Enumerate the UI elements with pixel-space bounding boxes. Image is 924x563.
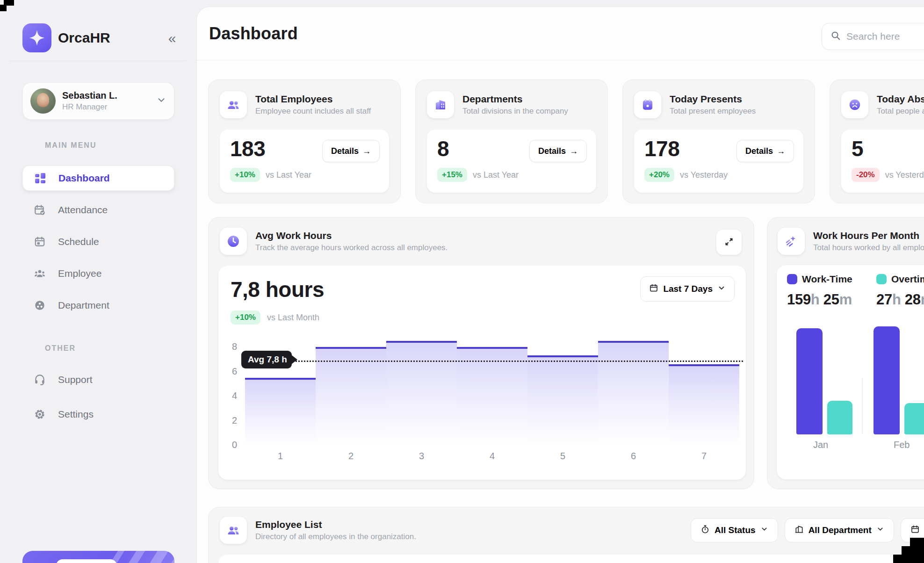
arrow-right-icon: → — [362, 146, 371, 156]
calendar-icon — [649, 283, 658, 295]
promo-card[interactable] — [22, 551, 174, 563]
employee-table-panel — [218, 555, 924, 563]
work-time-bar — [873, 326, 900, 434]
date-range-button[interactable]: Last 7 Days — [640, 276, 735, 302]
step-area-segment — [527, 355, 598, 445]
page: { "app": { "name": "OrcaHR" }, "colors":… — [0, 0, 924, 563]
expand-icon — [723, 236, 735, 249]
details-button[interactable]: Details→ — [322, 140, 380, 162]
step-area-segment — [386, 341, 457, 445]
stat-card-departments: Departments Total divisions in the compa… — [415, 79, 608, 203]
headset-icon — [34, 374, 46, 386]
calendar-check-icon — [34, 204, 46, 216]
legend-work-time: Work-Time 159h 25m — [787, 274, 852, 308]
step-area-segment — [598, 341, 669, 445]
profile-card[interactable]: Sebastian L. HR Manager — [22, 82, 174, 120]
chevron-down-icon — [156, 95, 166, 107]
sidebar-item-department[interactable]: Department — [22, 293, 174, 318]
chevron-down-icon — [760, 525, 768, 535]
details-button[interactable]: Details→ — [529, 140, 587, 162]
details-button[interactable]: Details→ — [736, 140, 794, 162]
x-tick-label: 1 — [245, 451, 316, 462]
employee-list-title: Employee List — [255, 519, 416, 530]
step-area-segment — [669, 364, 739, 445]
dashboard-grid-icon — [34, 172, 46, 184]
bar-group-jan — [796, 328, 852, 434]
avg-card-title: Avg Work Hours — [255, 230, 448, 241]
step-area-segment — [245, 378, 316, 445]
search-input[interactable] — [846, 31, 921, 42]
sidebar-item-attendance[interactable]: Attendance — [22, 197, 174, 223]
building-icon — [794, 525, 804, 536]
sidebar-item-dashboard[interactable]: Dashboard — [22, 166, 174, 191]
stat-title: Today Presents — [670, 94, 756, 105]
filter-all-status[interactable]: All Status — [691, 518, 778, 542]
shooting-star-icon — [778, 228, 805, 255]
sidebar-item-settings[interactable]: Settings — [22, 402, 174, 427]
stat-card-today-absents: Today Absents Total people absent 5 Deta… — [830, 79, 924, 203]
stat-subtitle: Total people absent — [877, 107, 924, 116]
profile-role: HR Manager — [62, 102, 117, 112]
main-header: Dashboard — [197, 7, 924, 60]
y-tick-label: 8 — [232, 341, 237, 352]
compare-label: vs Last Month — [267, 313, 319, 323]
month-card-title: Work Hours Per Month — [813, 230, 924, 241]
org-circle-icon — [34, 299, 46, 311]
month-label: Jan — [813, 440, 828, 450]
arrow-right-icon: → — [570, 146, 578, 156]
avg-hours-chart-panel: 7,8 hours +10% vs Last Month Last 7 Days… — [218, 266, 746, 480]
search-icon — [830, 30, 841, 43]
x-axis: 1234567 — [245, 451, 739, 462]
y-axis: 02468 — [218, 338, 240, 445]
stopwatch-icon — [700, 525, 710, 536]
overtime-swatch — [876, 274, 887, 284]
stat-inner-panel: 178 Details→ +20% vs Yesterday — [634, 130, 803, 193]
sad-face-icon — [841, 91, 868, 118]
clock-icon — [220, 228, 247, 255]
sidebar-item-employee[interactable]: Employee — [22, 261, 174, 286]
profile-name: Sebastian L. — [62, 90, 117, 101]
legend-overtime: Overtime 27h 28m — [876, 274, 924, 308]
month-chart-panel: Work-Time 159h 25m Overtime 27h 28m JanF… — [777, 265, 924, 479]
stat-value: 5 — [852, 136, 924, 161]
stat-title: Total Employees — [255, 94, 371, 105]
stat-card-today-presents: Today Presents Total present employees 1… — [622, 79, 815, 203]
stat-inner-panel: 5 Details→ -20% vs Yesterday — [841, 130, 924, 193]
promo-inner-panel — [56, 559, 117, 563]
filter-all-department[interactable]: All Department — [785, 518, 894, 542]
cursor-artifact — [893, 555, 924, 563]
sidebar-collapse-button[interactable]: « — [163, 29, 181, 48]
people-icon — [34, 267, 46, 280]
people-icon — [220, 517, 247, 544]
calendar-day-icon — [634, 91, 661, 118]
date-range-label: Last 7 Days — [663, 284, 713, 294]
search-bar[interactable] — [822, 23, 924, 50]
work-time-bar — [796, 328, 823, 434]
stat-subtitle: Employee count includes all staff — [255, 107, 371, 116]
sidebar-item-label: Dashboard — [58, 173, 110, 184]
avg-work-hours-card: Avg Work Hours Track the average hours w… — [208, 217, 754, 489]
stat-card-total-employees: Total Employees Employee count includes … — [208, 79, 401, 203]
expand-button[interactable] — [716, 230, 742, 255]
compare-label: vs Last Year — [473, 170, 519, 180]
group-divider — [862, 377, 863, 434]
compare-label: vs Yesterday — [680, 170, 728, 180]
sidebar-item-schedule[interactable]: Schedule — [22, 229, 174, 254]
chevron-down-icon — [717, 284, 726, 295]
app-logo-icon — [22, 23, 51, 52]
trend-badge: +15% — [437, 168, 467, 182]
y-tick-label: 0 — [232, 440, 237, 450]
overtime-bar — [827, 401, 852, 434]
x-tick-label: 2 — [316, 451, 386, 462]
employee-list-subtitle: Directory of all employees in the organi… — [255, 532, 416, 541]
average-line — [245, 361, 743, 362]
x-tick-label: 6 — [598, 451, 669, 462]
trend-badge: -20% — [852, 168, 880, 182]
building-icon — [427, 91, 454, 118]
sidebar-item-label: Department — [58, 300, 109, 311]
trend-badge: +20% — [644, 168, 674, 182]
avatar — [30, 88, 56, 114]
sidebar-item-support[interactable]: Support — [22, 367, 174, 392]
x-tick-label: 4 — [457, 451, 527, 462]
stat-title: Today Absents — [877, 94, 924, 105]
